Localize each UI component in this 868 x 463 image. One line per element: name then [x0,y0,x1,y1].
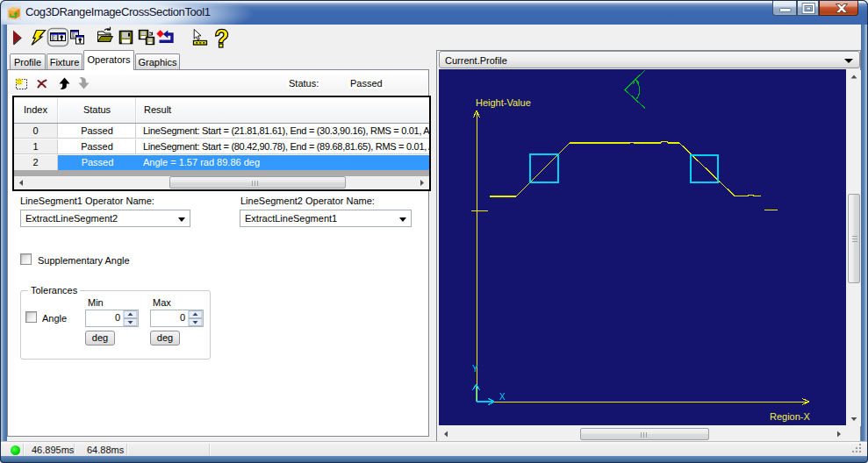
svg-text:X: X [499,392,506,402]
svg-text:Y: Y [472,364,478,374]
svg-text:Height-Value: Height-Value [476,97,531,108]
svg-text:Region-X: Region-X [770,411,811,422]
